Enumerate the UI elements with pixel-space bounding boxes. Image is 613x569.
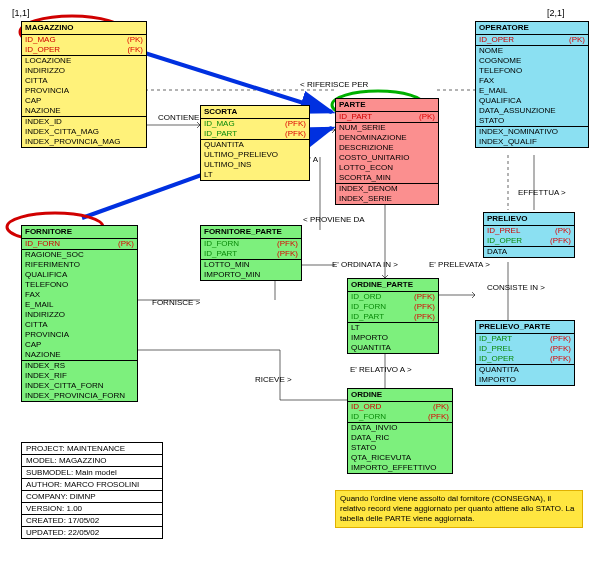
info-author: AUTHOR: MARCO FROSOLINI [22, 479, 162, 491]
entity-fornitore: FORNITORE ID_FORN(PK) RAGIONE_SOC RIFERI… [21, 225, 138, 402]
rel-fornisce: FORNISCE > [152, 298, 200, 307]
prelievo-title: PRELIEVO [484, 213, 574, 226]
rel-riceve: RICEVE > [255, 375, 292, 384]
model-info: PROJECT: MAINTENANCE MODEL: MAGAZZINO SU… [21, 442, 163, 539]
entity-parte: PARTE ID_PART(PK) NUM_SERIE DENOMINAZION… [335, 98, 439, 205]
note-ordine: Quando l'ordine viene assolto dal fornit… [335, 490, 583, 528]
info-model: MODEL: MAGAZZINO [22, 455, 162, 467]
parte-title: PARTE [336, 99, 438, 112]
operatore-title: OPERATORE [476, 22, 588, 35]
entity-prelievo: PRELIEVO ID_PREL(PK) ID_OPER(PFK) DATA [483, 212, 575, 258]
ordine-title: ORDINE [348, 389, 452, 402]
fornitore-parte-title: FORNITORE_PARTE [201, 226, 301, 239]
rel-contiene: CONTIENE > [158, 113, 206, 122]
page-ref-1: [1,1] [12, 8, 30, 18]
entity-ordine-parte: ORDINE_PARTE ID_ORD(PFK) ID_FORN(PFK) ID… [347, 278, 439, 354]
info-project: PROJECT: MAINTENANCE [22, 443, 162, 455]
fornitore-title: FORNITORE [22, 226, 137, 239]
entity-operatore: OPERATORE ID_OPER(PK) NOME COGNOME TELEF… [475, 21, 589, 148]
rel-effettua: EFFETTUA > [518, 188, 566, 197]
rel-consiste: CONSISTE IN > [487, 283, 545, 292]
entity-prelievo-parte: PRELIEVO_PARTE ID_PART(PFK) ID_PREL(PFK)… [475, 320, 575, 386]
entity-fornitore-parte: FORNITORE_PARTE ID_FORN(PFK) ID_PART(PFK… [200, 225, 302, 281]
rel-riferisce: < RIFERISCE PER [300, 80, 368, 89]
prelievo-parte-title: PRELIEVO_PARTE [476, 321, 574, 334]
rel-ordinata: E' ORDINATA IN > [332, 260, 398, 269]
entity-scorta: SCORTA ID_MAG(PFK) ID_PART(PFK) QUANTITA… [200, 105, 310, 181]
page-ref-2: [2,1] [547, 8, 565, 18]
entity-magazzino: MAGAZZINO ID_MAG(PK) ID_OPER(FK) LOCAZIO… [21, 21, 147, 148]
rel-proviene: < PROVIENE DA [303, 215, 365, 224]
svg-line-27 [472, 295, 475, 298]
info-submodel: SUBMODEL: Main model [22, 467, 162, 479]
info-created: CREATED: 17/05/02 [22, 515, 162, 527]
info-updated: UPDATED: 22/05/02 [22, 527, 162, 538]
scorta-title: SCORTA [201, 106, 309, 119]
rel-relativo: E' RELATIVO A > [350, 365, 412, 374]
info-version: VERSION: 1.00 [22, 503, 162, 515]
info-company: COMPANY: DIMNP [22, 491, 162, 503]
svg-line-26 [472, 292, 475, 295]
rel-prelevata: E' PRELEVATA > [429, 260, 490, 269]
magazzino-title: MAGAZZINO [22, 22, 146, 35]
entity-ordine: ORDINE ID_ORD(PK) ID_FORN(PFK) DATA_INVI… [347, 388, 453, 474]
ordine-parte-title: ORDINE_PARTE [348, 279, 438, 292]
